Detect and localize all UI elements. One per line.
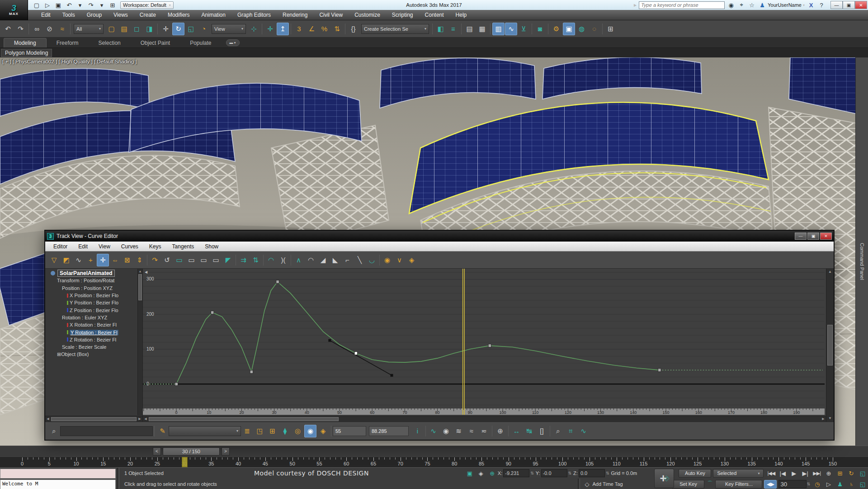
new-key-tangent-icon[interactable]: ⌒ bbox=[704, 480, 715, 489]
show-hidden-curves-icon[interactable]: ◉ bbox=[440, 425, 452, 437]
function-curve-chart[interactable]: 0100200300010203040506070809010011012013… bbox=[143, 269, 825, 415]
tab-populate[interactable]: Populate bbox=[180, 38, 221, 47]
angle-snap-toggle-icon[interactable]: ∠ bbox=[306, 23, 318, 35]
track-hierarchy-panel[interactable]: SolarPanelAnimatedTransform : Position/R… bbox=[45, 269, 143, 422]
menu-edit[interactable]: Edit bbox=[35, 10, 57, 20]
project-folder-icon[interactable]: ⊞ bbox=[108, 1, 118, 9]
track-bar[interactable]: 0510152025303540455055606570758085909510… bbox=[0, 456, 868, 467]
graph-horizontal-scrollbar[interactable]: ◀ ▶ bbox=[143, 416, 826, 422]
set-tangents-fast-icon[interactable]: ◢ bbox=[317, 254, 329, 266]
show-frozen-keys-icon[interactable]: ≂ bbox=[478, 425, 490, 437]
ce-restore-button[interactable]: ▣ bbox=[807, 233, 819, 240]
manage-layers-icon[interactable]: ▦ bbox=[476, 23, 488, 35]
menu-customize[interactable]: Customize bbox=[349, 10, 386, 20]
freeze-nonselected-curves-icon[interactable]: ≈ bbox=[465, 425, 477, 437]
key-filters-button[interactable]: Key Filters... bbox=[715, 480, 762, 489]
select-and-move-icon[interactable]: ✛ bbox=[160, 23, 172, 35]
selection-filter-dropdown[interactable]: All▾ bbox=[74, 24, 104, 34]
x-coordinate-field[interactable] bbox=[503, 469, 529, 477]
filter-selected-objects-icon[interactable]: ◳ bbox=[254, 425, 266, 437]
show-selected-key-stats-icon[interactable]: ◎ bbox=[292, 425, 304, 437]
scale-keys-icon[interactable]: ⊠ bbox=[121, 254, 133, 266]
orbit-camera-icon[interactable]: ♄ bbox=[846, 480, 857, 489]
redo-icon[interactable]: ↷ bbox=[14, 23, 27, 35]
zoom-region-icon[interactable]: ⌗ bbox=[565, 425, 577, 437]
add-keys-icon[interactable]: + bbox=[85, 254, 97, 266]
track-item-z-rotation-bezier-fl[interactable]: Z Rotation : Bezier Fl bbox=[47, 336, 137, 343]
frame-horizontal-extents-icon[interactable]: ↔ bbox=[510, 425, 523, 437]
time-slider-row[interactable]: < 30 / 150 > bbox=[0, 446, 868, 456]
window-crossing-toggle-icon[interactable]: ◨ bbox=[143, 23, 156, 35]
go-to-start-icon[interactable]: |◀◀ bbox=[765, 469, 777, 478]
listener-splitter[interactable] bbox=[117, 479, 119, 489]
snap-frames-icon[interactable]: )( bbox=[277, 254, 289, 266]
set-tangents-slow-icon[interactable]: ◣ bbox=[329, 254, 341, 266]
render-iterative-icon[interactable]: ◌ bbox=[588, 23, 600, 35]
save-file-icon[interactable]: ▣ bbox=[53, 1, 63, 9]
walk-through-icon[interactable]: ♟ bbox=[835, 480, 845, 489]
zoom-all-icon[interactable]: ⊞ bbox=[835, 469, 845, 478]
keyboard-shortcut-override-icon[interactable]: ↥ bbox=[277, 23, 289, 35]
bind-to-space-warp-icon[interactable]: ≈ bbox=[56, 23, 68, 35]
ce-menu-curves[interactable]: Curves bbox=[116, 242, 144, 251]
menu-tools[interactable]: Tools bbox=[57, 10, 81, 20]
current-frame-field[interactable] bbox=[778, 480, 807, 488]
percent-snap-toggle-icon[interactable]: % bbox=[318, 23, 330, 35]
select-tool-icon[interactable]: ◤ bbox=[222, 254, 234, 266]
maximize-button[interactable]: ▣ bbox=[843, 1, 855, 9]
set-key-button[interactable]: Set Key bbox=[672, 480, 704, 489]
schematic-view-icon[interactable]: ⊻ bbox=[518, 23, 530, 35]
maxscript-listener-line[interactable]: Welcome to M bbox=[0, 480, 116, 489]
snaps-toggle-3d-icon[interactable]: 3 bbox=[293, 23, 305, 35]
spinner-icon[interactable]: ⇅ bbox=[606, 471, 609, 475]
spinner-icon[interactable]: ⇅ bbox=[568, 471, 572, 475]
add-time-tag[interactable]: Add Time Tag bbox=[592, 481, 642, 487]
menu-modifiers[interactable]: Modifiers bbox=[162, 10, 196, 20]
next-frame-button[interactable]: > bbox=[222, 447, 230, 456]
menu-animation[interactable]: Animation bbox=[196, 10, 231, 20]
listener-splitter[interactable] bbox=[117, 468, 119, 479]
material-editor-icon[interactable]: ◙ bbox=[534, 23, 546, 35]
slide-keys-icon[interactable]: ⇔ bbox=[109, 254, 121, 266]
show-keyable-icons-icon[interactable]: ◉ bbox=[381, 254, 393, 266]
spinner-icon[interactable]: ⇅ bbox=[530, 471, 534, 475]
next-frame-icon[interactable]: ▶| bbox=[800, 469, 811, 478]
rectangular-selection-region-icon[interactable]: ◻ bbox=[131, 23, 143, 35]
select-keys-by-time-icon[interactable]: ▭ bbox=[173, 254, 185, 266]
spinner-snap-toggle-icon[interactable]: ⇅ bbox=[331, 23, 343, 35]
undo-icon[interactable]: ↶ bbox=[64, 1, 74, 9]
track-item-object-box[interactable]: ⊞ Object (Box) bbox=[47, 351, 137, 358]
menu-civil-view[interactable]: Civil View bbox=[313, 10, 349, 20]
track-item-x-position-bezier-flo[interactable]: X Position : Bezier Flo bbox=[47, 292, 137, 299]
track-item-transform-position-rotat[interactable]: Transform : Position/Rotat bbox=[47, 277, 137, 284]
new-file-icon[interactable]: ▢ bbox=[32, 1, 42, 9]
render-production-icon[interactable]: ◍ bbox=[576, 23, 588, 35]
ce-minimize-button[interactable]: — bbox=[795, 233, 807, 240]
search-icon[interactable]: ◉ bbox=[727, 2, 735, 9]
use-pivot-point-center-icon[interactable]: ⊹ bbox=[248, 23, 260, 35]
track-item-y-position-bezier-flo[interactable]: Y Position : Bezier Flo bbox=[47, 299, 137, 306]
workspace-dropdown[interactable]: Workspace: Default▾ bbox=[120, 1, 174, 9]
zoom-selected-object-icon[interactable]: ⌕ bbox=[48, 425, 60, 437]
named-selection-sets-dropdown[interactable]: Create Selection Se▾ bbox=[361, 24, 429, 34]
viewport-label[interactable]: [ + ] [ PhysCamera002 ] [ High Quality ]… bbox=[2, 59, 137, 64]
key-value-field[interactable] bbox=[369, 426, 409, 436]
search-collapse-icon[interactable]: ▶ bbox=[634, 3, 637, 7]
minimize-button[interactable]: — bbox=[830, 1, 843, 9]
isolate-curve-icon[interactable]: ◠ bbox=[265, 254, 277, 266]
align-icon[interactable]: ≡ bbox=[447, 23, 459, 35]
time-slider-handle[interactable]: 30 / 150 bbox=[163, 447, 220, 456]
ce-menu-keys[interactable]: Keys bbox=[144, 242, 167, 251]
lock-selection-icon[interactable]: ◩ bbox=[60, 254, 72, 266]
reference-coordinate-dropdown[interactable]: View▾ bbox=[212, 24, 246, 34]
favorites-star-icon[interactable]: ☆ bbox=[748, 2, 756, 9]
toggle-layer-explorer-icon[interactable]: ▤ bbox=[463, 23, 476, 35]
select-and-manipulate-icon[interactable]: ✛ bbox=[264, 23, 276, 35]
selection-lock-toggle-icon[interactable]: ◈ bbox=[476, 469, 486, 478]
tree-horizontal-scrollbar[interactable]: ◀▶ bbox=[45, 416, 142, 422]
curve-graph-area[interactable]: 0100200300010203040506070809010011012013… bbox=[143, 269, 826, 422]
render-setup-icon[interactable]: ⚙ bbox=[550, 23, 562, 35]
edit-named-selection-sets-icon[interactable]: {} bbox=[347, 23, 359, 35]
toggle-scene-explorer-icon[interactable]: ▥ bbox=[492, 23, 505, 35]
help-icon[interactable]: ? bbox=[817, 2, 826, 9]
